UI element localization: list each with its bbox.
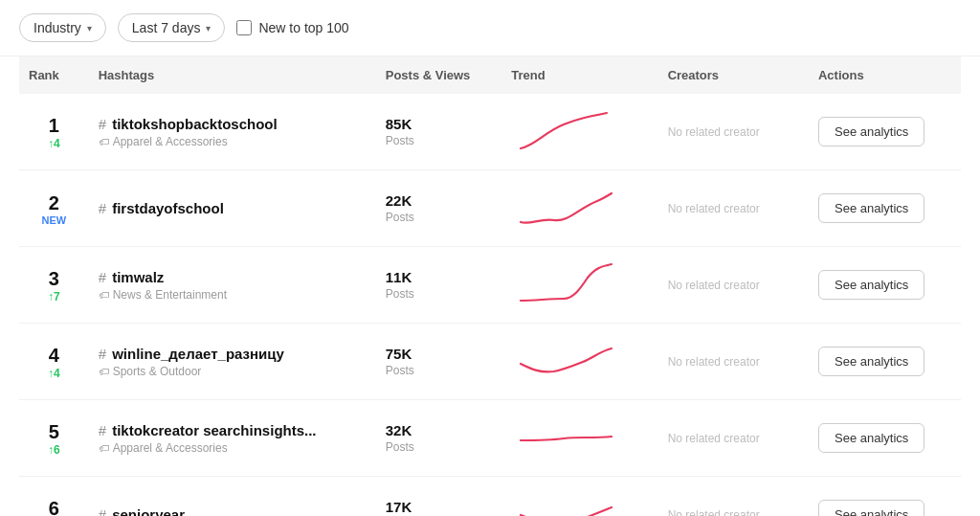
col-trend: Trend: [501, 56, 657, 94]
trend-cell: [501, 324, 657, 400]
see-analytics-button[interactable]: See analytics: [818, 347, 924, 376]
posts-label: Posts: [386, 364, 493, 377]
actions-cell: See analytics: [809, 324, 961, 400]
rank-number: 4: [29, 344, 79, 367]
posts-label: Posts: [386, 211, 493, 224]
new-to-top-label: New to top 100: [258, 20, 348, 35]
new-to-top-checkbox[interactable]: [236, 20, 252, 35]
rank-cell: 1↑4: [19, 94, 89, 170]
hashtag-cell: # senioryear: [89, 477, 376, 517]
hashtag-name[interactable]: # tiktokcreator searchinsights...: [99, 422, 367, 438]
see-analytics-button[interactable]: See analytics: [818, 193, 924, 223]
col-actions: Actions: [809, 56, 961, 94]
col-posts-views: Posts & Views: [376, 56, 502, 94]
creators-cell: No related creator: [658, 247, 809, 324]
table-row: 5↑6# tiktokcreator searchinsights...🏷 Ap…: [19, 400, 961, 477]
trend-chart: [511, 488, 621, 516]
days-chevron-icon: ▾: [206, 23, 211, 34]
hashtag-cell: # timwalz🏷 News & Entertainment: [89, 247, 376, 324]
trend-cell: [501, 400, 657, 477]
col-creators: Creators: [658, 56, 809, 94]
actions-cell: See analytics: [809, 94, 961, 170]
posts-cell: 85KPosts: [376, 94, 502, 170]
table-row: 2NEW# firstdayofschool22KPostsNo related…: [19, 170, 961, 247]
rank-cell: 2NEW: [19, 170, 89, 247]
hashtag-name[interactable]: # firstdayofschool: [99, 200, 367, 216]
new-to-top-filter[interactable]: New to top 100: [236, 20, 348, 35]
posts-label: Posts: [386, 134, 493, 147]
rank-change: ↑4: [29, 367, 79, 380]
creators-cell: No related creator: [658, 170, 809, 247]
category-icon: 🏷: [99, 442, 109, 454]
hashtag-name[interactable]: # timwalz: [99, 269, 367, 285]
trend-chart: [511, 412, 621, 464]
rank-cell: 3↑7: [19, 247, 89, 324]
industry-label: Industry: [33, 20, 81, 35]
col-hashtags: Hashtags: [89, 56, 376, 94]
posts-cell: 17KPosts: [376, 477, 502, 517]
filter-bar: Industry ▾ Last 7 days ▾ New to top 100: [0, 0, 980, 56]
creators-cell: No related creator: [658, 94, 809, 170]
posts-label: Posts: [386, 287, 493, 301]
rank-change: ↑7: [29, 290, 79, 303]
trend-chart: [511, 258, 621, 311]
hashtag-category: 🏷 Apparel & Accessories: [99, 135, 367, 148]
see-analytics-button[interactable]: See analytics: [818, 500, 924, 516]
hashtag-cell: # winline_делает_разницу🏷 Sports & Outdo…: [89, 324, 376, 400]
hashtag-name[interactable]: # senioryear: [99, 506, 367, 516]
see-analytics-button[interactable]: See analytics: [818, 117, 924, 146]
posts-number: 17K: [386, 499, 493, 515]
rank-number: 3: [29, 267, 79, 290]
trend-cell: [501, 170, 657, 247]
table-row: 1↑4# tiktokshopbacktoschool🏷 Apparel & A…: [19, 94, 961, 170]
col-rank: Rank: [19, 56, 89, 94]
see-analytics-button[interactable]: See analytics: [818, 423, 924, 453]
actions-cell: See analytics: [809, 247, 961, 324]
table-row: 4↑4# winline_делает_разницу🏷 Sports & Ou…: [19, 324, 961, 400]
posts-number: 32K: [386, 422, 493, 438]
posts-cell: 11KPosts: [376, 247, 502, 324]
rank-change: ↑4: [29, 137, 79, 150]
creators-cell: No related creator: [658, 324, 809, 400]
trend-chart: [511, 335, 621, 388]
rank-cell: 5↑6: [19, 400, 89, 477]
posts-number: 85K: [386, 116, 493, 132]
category-icon: 🏷: [99, 289, 109, 301]
industry-chevron-icon: ▾: [87, 23, 92, 34]
rank-number: 1: [29, 114, 79, 137]
hashtag-cell: # firstdayofschool: [89, 170, 376, 247]
rank-change: ↑6: [29, 443, 79, 457]
posts-label: Posts: [386, 440, 493, 454]
trend-chart: [511, 182, 621, 235]
creators-cell: No related creator: [658, 477, 809, 517]
posts-number: 75K: [386, 346, 493, 362]
days-dropdown[interactable]: Last 7 days ▾: [118, 13, 226, 42]
rank-number: 5: [29, 420, 79, 443]
rank-number: 6: [29, 497, 79, 517]
hashtag-category: 🏷 News & Entertainment: [99, 288, 367, 302]
posts-number: 22K: [386, 192, 493, 209]
hashtag-name[interactable]: # winline_делает_разницу: [99, 346, 367, 362]
hashtag-cell: # tiktokcreator searchinsights...🏷 Appar…: [89, 400, 376, 477]
hashtag-category: 🏷 Sports & Outdoor: [99, 365, 367, 378]
rank-cell: 6↑8: [19, 477, 89, 517]
rank-change: NEW: [29, 214, 79, 226]
category-icon: 🏷: [99, 136, 109, 147]
hashtag-name[interactable]: # tiktokshopbacktoschool: [99, 116, 367, 132]
creators-cell: No related creator: [658, 400, 809, 477]
hashtag-cell: # tiktokshopbacktoschool🏷 Apparel & Acce…: [89, 94, 376, 170]
posts-number: 11K: [386, 269, 493, 285]
rank-number: 2: [29, 191, 79, 214]
days-label: Last 7 days: [132, 20, 201, 35]
industry-dropdown[interactable]: Industry ▾: [19, 13, 106, 42]
posts-cell: 32KPosts: [376, 400, 502, 477]
see-analytics-button[interactable]: See analytics: [818, 270, 924, 300]
hashtag-category: 🏷 Apparel & Accessories: [99, 441, 367, 455]
trend-cell: [501, 477, 657, 517]
table-row: 3↑7# timwalz🏷 News & Entertainment11KPos…: [19, 247, 961, 324]
posts-cell: 22KPosts: [376, 170, 502, 247]
category-icon: 🏷: [99, 366, 109, 377]
actions-cell: See analytics: [809, 170, 961, 247]
actions-cell: See analytics: [809, 400, 961, 477]
table-row: 6↑8# senioryear17KPostsNo related creato…: [19, 477, 961, 517]
